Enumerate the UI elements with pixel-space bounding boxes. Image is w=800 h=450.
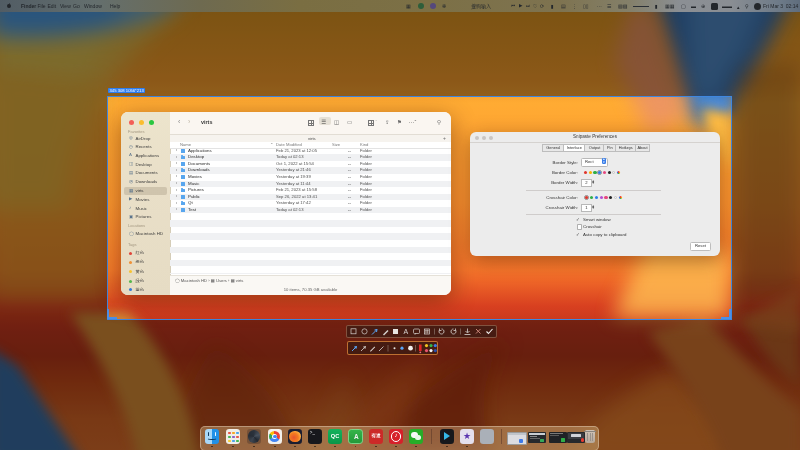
svg-text:A: A	[404, 328, 409, 335]
